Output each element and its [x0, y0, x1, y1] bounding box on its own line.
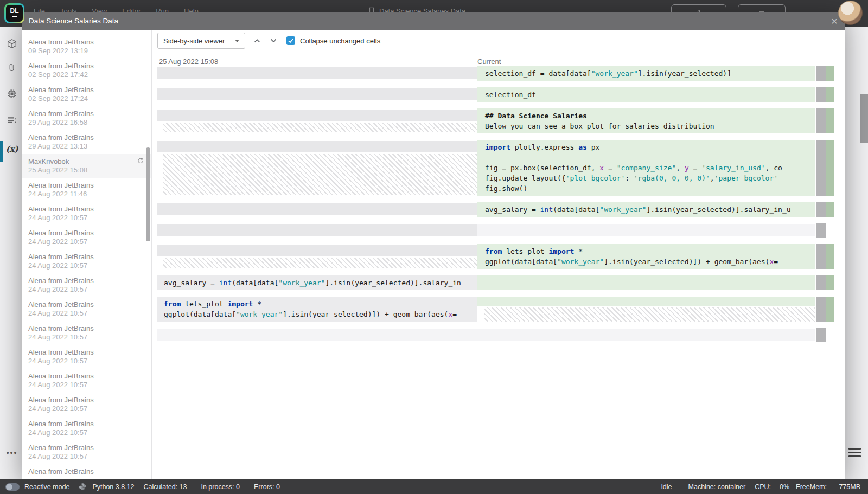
history-item[interactable]: Alena from JetBrains24 Aug 2022 10:57 — [22, 273, 151, 297]
table-of-contents-icon[interactable] — [848, 448, 861, 459]
marker-new-block — [826, 202, 834, 217]
history-item-date: 24 Aug 2022 10:57 — [28, 261, 145, 270]
added-cell-placeholder — [477, 297, 815, 306]
diff-row: import plotly.express as pxfig = px.box(… — [152, 140, 845, 196]
diff-cell-new: selection_df — [477, 87, 815, 102]
history-item[interactable]: Alena from JetBrains24 Aug 2022 10:57 — [22, 249, 151, 273]
history-item[interactable]: Alena from JetBrains24 Aug 2022 10:57 — [22, 393, 151, 416]
history-item[interactable]: Alena from JetBrains24 Aug 2022 10:57 — [22, 416, 151, 440]
collapsed-cell-bar — [157, 203, 477, 215]
marker-new-block — [826, 108, 834, 133]
left-toolbar-rail: (x) ••• — [0, 27, 22, 479]
history-item[interactable]: Alena from JetBrains24 Aug 2022 10:57 — [22, 202, 151, 226]
history-item[interactable]: Alena from JetBrains24 Aug 2022 11:46 — [22, 178, 151, 202]
absent-cell-hatch — [163, 258, 477, 268]
history-item-name: Alena from JetBrains — [28, 276, 145, 285]
variables-icon[interactable]: (x) — [5, 142, 19, 156]
next-change-button[interactable] — [269, 37, 278, 44]
absent-cell-hatch — [163, 154, 477, 195]
cpu-value: 0% — [771, 483, 789, 491]
diff-left-cell — [157, 66, 477, 81]
packages-icon[interactable] — [5, 37, 19, 51]
diff-cell-new: from lets_plot import *ggplot(data[data[… — [477, 244, 815, 269]
history-item[interactable]: Alena from JetBrains24 Aug 2022 10:57 — [22, 345, 151, 369]
marker-new-block — [826, 140, 834, 196]
old-version-column-header: 25 Aug 2022 15:08 — [159, 57, 218, 66]
history-item-name: Alena from JetBrains — [28, 85, 145, 94]
history-list: Alena from JetBrains09 Sep 2022 13:19Ale… — [22, 30, 151, 479]
history-item[interactable]: Alena from JetBrains24 Aug 2022 10:57 — [22, 369, 151, 393]
history-scrollbar[interactable] — [146, 147, 150, 241]
current-version-column-header: Current — [477, 57, 501, 66]
diff-left-cell — [157, 244, 477, 269]
history-item-date: 29 Aug 2022 16:58 — [28, 118, 145, 127]
history-item[interactable]: Alena from JetBrains02 Sep 2022 17:42 — [22, 59, 151, 82]
history-item[interactable]: Alena from JetBrains24 Aug 2022 10:57 — [22, 321, 151, 345]
history-item[interactable]: Alena from JetBrains24 Aug 2022 10:57 — [22, 440, 151, 464]
empty-cell — [477, 329, 815, 341]
history-item-name: Alena from JetBrains — [28, 37, 145, 47]
history-item-date: 09 Sep 2022 13:19 — [28, 47, 145, 55]
diff-row: avg_salary = int(data[data["work_year"].… — [152, 202, 845, 217]
python-version: Python 3.8.12 — [92, 483, 134, 491]
calculated-count: Calculated: 13 — [144, 483, 187, 491]
diff-left-cell: avg_salary = int(data[data["work_year"].… — [157, 275, 477, 290]
previous-change-button[interactable] — [253, 37, 261, 44]
history-item-date: 24 Aug 2022 10:57 — [28, 285, 145, 294]
history-item[interactable]: Alena from JetBrains02 Sep 2022 17:24 — [22, 82, 151, 106]
history-item-name: Alena from JetBrains — [28, 133, 145, 142]
absent-cell-hatch — [163, 123, 477, 132]
collapse-unchanged-checkbox[interactable] — [286, 36, 295, 45]
history-item[interactable]: Alena from JetBrains29 Aug 2022 13:13 — [22, 130, 151, 154]
diff-right-cell: ## Data Science SalariesBelow you can se… — [477, 108, 815, 133]
marker-old-block — [816, 275, 826, 290]
diff-left-cell — [157, 87, 477, 102]
reactive-mode-toggle[interactable] — [5, 483, 20, 491]
diff-minimap-marker — [816, 66, 834, 81]
diff-right-cell — [477, 275, 815, 290]
page-scrollbar[interactable] — [860, 94, 868, 143]
python-icon — [79, 483, 87, 491]
history-item[interactable]: Alena from JetBrains29 Aug 2022 16:58 — [22, 106, 151, 130]
diff-row: selection_df — [152, 87, 845, 102]
chevron-down-icon — [235, 40, 239, 42]
close-icon[interactable]: × — [831, 15, 838, 27]
diff-rows: selection_df = data[data["work_year"].is… — [152, 66, 845, 349]
history-item[interactable]: Alena from JetBrains24 Aug 2022 10:57 — [22, 226, 151, 249]
marker-new-block — [826, 87, 834, 102]
diff-left-cell — [157, 140, 477, 196]
marker-old-block — [816, 140, 826, 196]
history-item-name: Alena from JetBrains — [28, 204, 145, 214]
diff-minimap-marker — [816, 202, 834, 217]
history-item[interactable]: Alena from JetBrains — [22, 464, 151, 479]
history-item-name: Alena from JetBrains — [28, 228, 145, 238]
history-item[interactable]: Alena from JetBrains24 Aug 2022 10:57 — [22, 297, 151, 321]
history-item[interactable]: Alena from JetBrains09 Sep 2022 13:19 — [22, 35, 151, 59]
history-item-date: 02 Sep 2022 17:42 — [28, 70, 145, 79]
outline-icon[interactable] — [5, 113, 19, 127]
code-line — [485, 152, 815, 163]
diff-viewer: Side-by-side viewer Collapse unchanged c… — [152, 30, 845, 479]
history-item-name: Alena from JetBrains — [28, 348, 145, 357]
user-avatar[interactable] — [838, 1, 863, 25]
collapsed-cell-bar — [157, 110, 477, 121]
history-item-date: 24 Aug 2022 10:57 — [28, 238, 145, 246]
history-item[interactable]: MaxKrivobok25 Aug 2022 15:08 — [22, 154, 151, 178]
diff-left-cell — [157, 108, 477, 133]
code-line: fig.show() — [485, 183, 815, 194]
environment-icon[interactable] — [5, 87, 19, 101]
datalore-logo[interactable]: DL — [4, 3, 24, 23]
diff-cell-old: from lets_plot import *ggplot(data[data[… — [157, 297, 477, 322]
empty-cell — [157, 329, 477, 341]
restore-icon[interactable] — [137, 157, 144, 164]
viewer-mode-select[interactable]: Side-by-side viewer — [157, 33, 245, 49]
diff-minimap-marker — [816, 297, 834, 322]
empty-cell — [477, 224, 815, 236]
collapse-unchanged-label: Collapse unchanged cells — [300, 37, 380, 45]
kernel-state: Idle — [661, 483, 672, 491]
screen: FileToolsViewEditorRunHelp Data Science … — [0, 0, 868, 494]
attachments-icon[interactable] — [5, 61, 19, 75]
more-options-icon[interactable]: ••• — [5, 446, 19, 460]
diff-left-cell: from lets_plot import *ggplot(data[data[… — [157, 297, 477, 322]
reactive-mode-label: Reactive mode — [24, 483, 69, 491]
